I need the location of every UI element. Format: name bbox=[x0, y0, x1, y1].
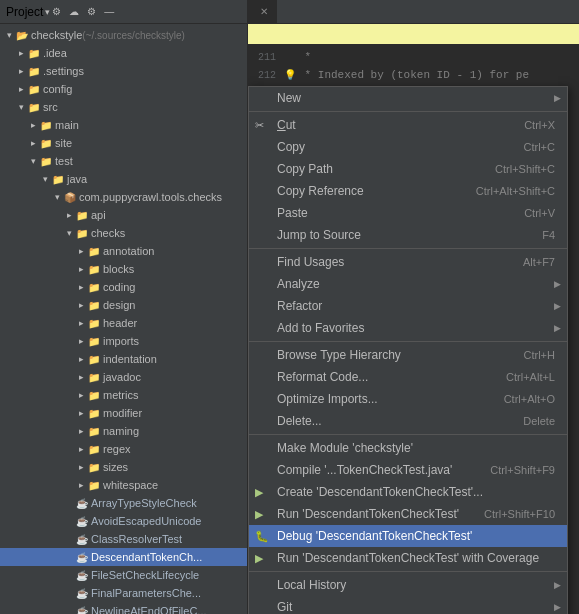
tab-close-icon[interactable]: ✕ bbox=[260, 6, 268, 17]
menu-item-analyze[interactable]: Analyze bbox=[249, 273, 567, 295]
tree-label-ArrayTypeStyleCheck: ArrayTypeStyleCheck bbox=[91, 497, 197, 509]
menu-item-reformat-code[interactable]: Reformat Code...Ctrl+Alt+L bbox=[249, 366, 567, 388]
menu-item-find-usages[interactable]: Find UsagesAlt+F7 bbox=[249, 251, 567, 273]
menu-item-delete[interactable]: Delete...Delete bbox=[249, 410, 567, 432]
code-line-211: 211 * bbox=[248, 48, 579, 66]
menu-item-make-module[interactable]: Make Module 'checkstyle' bbox=[249, 437, 567, 459]
tree-item-FinalParametersCheck[interactable]: ☕FinalParametersChe... bbox=[0, 584, 247, 602]
menu-item-compile[interactable]: Compile '...TokenCheckTest.java'Ctrl+Shi… bbox=[249, 459, 567, 481]
tree-item-design[interactable]: ▸📁design bbox=[0, 296, 247, 314]
menu-label-copy-path: Copy Path bbox=[277, 162, 475, 176]
tree-item-java[interactable]: ▾📁java bbox=[0, 170, 247, 188]
notification-bar[interactable] bbox=[248, 24, 579, 44]
menu-item-new[interactable]: New bbox=[249, 87, 567, 109]
menu-label-cut: Cut bbox=[277, 118, 504, 132]
tree-icon-idea: 📁 bbox=[28, 48, 40, 59]
tree-item-main[interactable]: ▸📁main bbox=[0, 116, 247, 134]
tree-item-settings[interactable]: ▸📁.settings bbox=[0, 62, 247, 80]
menu-item-run[interactable]: ▶Run 'DescendantTokenCheckTest'Ctrl+Shif… bbox=[249, 503, 567, 525]
tree-item-ClassResolverTest[interactable]: ☕ClassResolverTest bbox=[0, 530, 247, 548]
tree-item-whitespace[interactable]: ▸📁whitespace bbox=[0, 476, 247, 494]
settings-icon[interactable]: ⚙ bbox=[85, 5, 98, 18]
tree-item-coding[interactable]: ▸📁coding bbox=[0, 278, 247, 296]
tree-arrow-naming: ▸ bbox=[76, 426, 86, 436]
header-icons: ⚙ ☁ ⚙ — bbox=[50, 5, 116, 18]
gutter-212[interactable]: 💡 bbox=[282, 69, 298, 81]
menu-label-git: Git bbox=[277, 600, 555, 614]
tree-item-api[interactable]: ▸📁api bbox=[0, 206, 247, 224]
menu-label-browse-type-hierarchy: Browse Type Hierarchy bbox=[277, 348, 504, 362]
project-panel: Project ▾ ⚙ ☁ ⚙ — ▾📂checkstyle (~/.sourc… bbox=[0, 0, 248, 614]
tree-label-annotation: annotation bbox=[103, 245, 154, 257]
tree-label-whitespace: whitespace bbox=[103, 479, 158, 491]
code-editor[interactable]: 211 * 212 💡 * Indexed by (token ID - 1) … bbox=[248, 44, 579, 614]
tree-item-sizes[interactable]: ▸📁sizes bbox=[0, 458, 247, 476]
menu-shortcut-copy-reference: Ctrl+Alt+Shift+C bbox=[476, 185, 555, 197]
menu-item-paste[interactable]: PasteCtrl+V bbox=[249, 202, 567, 224]
menu-label-add-to-favorites: Add to Favorites bbox=[277, 321, 555, 335]
tree-item-metrics[interactable]: ▸📁metrics bbox=[0, 386, 247, 404]
tree-label-com: com.puppycrawl.tools.checks bbox=[79, 191, 222, 203]
tree-item-imports[interactable]: ▸📁imports bbox=[0, 332, 247, 350]
tree-item-annotation[interactable]: ▸📁annotation bbox=[0, 242, 247, 260]
tree-icon-naming: 📁 bbox=[88, 426, 100, 437]
tree-arrow-main: ▸ bbox=[28, 120, 38, 130]
tree-item-javadoc[interactable]: ▸📁javadoc bbox=[0, 368, 247, 386]
context-menu[interactable]: New✂CutCtrl+XCopyCtrl+CCopy PathCtrl+Shi… bbox=[248, 86, 568, 614]
menu-item-git[interactable]: Git bbox=[249, 596, 567, 614]
tree-icon-checkstyle: 📂 bbox=[16, 30, 28, 41]
tree-icon-metrics: 📁 bbox=[88, 390, 100, 401]
tree-item-checkstyle[interactable]: ▾📂checkstyle (~/.sources/checkstyle) bbox=[0, 26, 247, 44]
tree-arrow-coding: ▸ bbox=[76, 282, 86, 292]
menu-item-create[interactable]: ▶Create 'DescendantTokenCheckTest'... bbox=[249, 481, 567, 503]
menu-item-browse-type-hierarchy[interactable]: Browse Type HierarchyCtrl+H bbox=[249, 344, 567, 366]
tree-label-java: java bbox=[67, 173, 87, 185]
menu-item-copy-reference[interactable]: Copy ReferenceCtrl+Alt+Shift+C bbox=[249, 180, 567, 202]
menu-item-jump-to-source[interactable]: Jump to SourceF4 bbox=[249, 224, 567, 246]
menu-shortcut-delete: Delete bbox=[523, 415, 555, 427]
tree-item-regex[interactable]: ▸📁regex bbox=[0, 440, 247, 458]
menu-item-refactor[interactable]: Refactor bbox=[249, 295, 567, 317]
tree-icon-test: 📁 bbox=[40, 156, 52, 167]
tree-item-NewlineAtEndOfFile[interactable]: ☕NewlineAtEndOfFileC... bbox=[0, 602, 247, 614]
menu-separator bbox=[249, 571, 567, 572]
tree-icon-annotation: 📁 bbox=[88, 246, 100, 257]
menu-shortcut-cut: Ctrl+X bbox=[524, 119, 555, 131]
tree-item-ArrayTypeStyleCheck[interactable]: ☕ArrayTypeStyleCheck bbox=[0, 494, 247, 512]
tree-item-header[interactable]: ▸📁header bbox=[0, 314, 247, 332]
minimize-icon[interactable]: — bbox=[102, 5, 116, 18]
menu-item-copy[interactable]: CopyCtrl+C bbox=[249, 136, 567, 158]
tree-arrow-blocks: ▸ bbox=[76, 264, 86, 274]
tree-icon-FileSetCheckLifecycle: ☕ bbox=[76, 570, 88, 581]
tree-item-DescendantTokenCheck[interactable]: ☕DescendantTokenCh... bbox=[0, 548, 247, 566]
menu-item-run-coverage[interactable]: ▶Run 'DescendantTokenCheckTest' with Cov… bbox=[249, 547, 567, 569]
gear-icon[interactable]: ⚙ bbox=[50, 5, 63, 18]
tree-item-naming[interactable]: ▸📁naming bbox=[0, 422, 247, 440]
tree-label-idea: .idea bbox=[43, 47, 67, 59]
tree-label-coding: coding bbox=[103, 281, 135, 293]
menu-label-create: Create 'DescendantTokenCheckTest'... bbox=[277, 485, 555, 499]
tree-item-indentation[interactable]: ▸📁indentation bbox=[0, 350, 247, 368]
menu-item-optimize-imports[interactable]: Optimize Imports...Ctrl+Alt+O bbox=[249, 388, 567, 410]
tree-item-com[interactable]: ▾📦com.puppycrawl.tools.checks bbox=[0, 188, 247, 206]
tree-item-modifier[interactable]: ▸📁modifier bbox=[0, 404, 247, 422]
tree-item-src[interactable]: ▾📁src bbox=[0, 98, 247, 116]
tree-item-config[interactable]: ▸📁config bbox=[0, 80, 247, 98]
tree-label-ClassResolverTest: ClassResolverTest bbox=[91, 533, 182, 545]
menu-item-debug[interactable]: 🐛Debug 'DescendantTokenCheckTest' bbox=[249, 525, 567, 547]
tree-item-AvoidEscapedUnicode[interactable]: ☕AvoidEscapedUnicode bbox=[0, 512, 247, 530]
tree-item-idea[interactable]: ▸📁.idea bbox=[0, 44, 247, 62]
tree-item-test[interactable]: ▾📁test bbox=[0, 152, 247, 170]
menu-item-add-to-favorites[interactable]: Add to Favorites bbox=[249, 317, 567, 339]
sync-icon[interactable]: ☁ bbox=[67, 5, 81, 18]
menu-item-local-history[interactable]: Local History bbox=[249, 574, 567, 596]
tree-item-checks[interactable]: ▾📁checks bbox=[0, 224, 247, 242]
tree-item-FileSetCheckLifecycle[interactable]: ☕FileSetCheckLifecycle bbox=[0, 566, 247, 584]
menu-item-cut[interactable]: ✂CutCtrl+X bbox=[249, 114, 567, 136]
tree-icon-checks: 📁 bbox=[76, 228, 88, 239]
tab-descendant-token-check[interactable]: ✕ bbox=[248, 0, 277, 24]
tree-item-blocks[interactable]: ▸📁blocks bbox=[0, 260, 247, 278]
menu-label-paste: Paste bbox=[277, 206, 504, 220]
menu-item-copy-path[interactable]: Copy PathCtrl+Shift+C bbox=[249, 158, 567, 180]
tree-item-site[interactable]: ▸📁site bbox=[0, 134, 247, 152]
